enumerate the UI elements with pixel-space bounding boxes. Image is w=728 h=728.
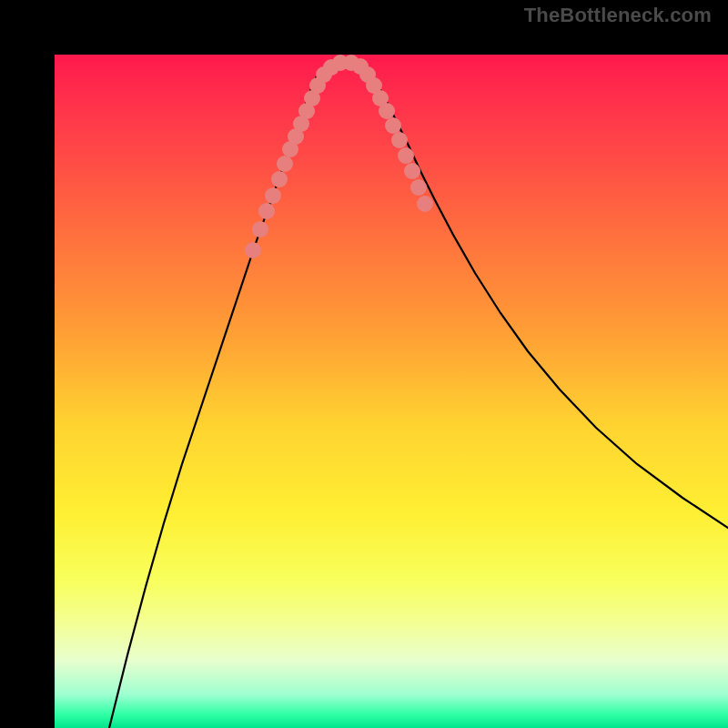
bottleneck-curve bbox=[109, 62, 728, 728]
data-point bbox=[417, 196, 433, 212]
data-point bbox=[277, 156, 293, 172]
watermark: TheBottleneck.com bbox=[524, 4, 712, 27]
data-point bbox=[379, 103, 395, 119]
data-point bbox=[265, 187, 281, 204]
data-point bbox=[252, 221, 268, 238]
data-point bbox=[404, 163, 420, 179]
data-point bbox=[258, 203, 275, 219]
data-point bbox=[410, 179, 427, 196]
chart-svg bbox=[55, 55, 728, 728]
data-point bbox=[391, 132, 408, 148]
data-point bbox=[398, 147, 414, 164]
chart-frame bbox=[0, 0, 728, 728]
data-point bbox=[385, 117, 401, 134]
data-point bbox=[245, 242, 261, 258]
plot-area bbox=[55, 55, 728, 728]
data-point bbox=[271, 171, 288, 187]
